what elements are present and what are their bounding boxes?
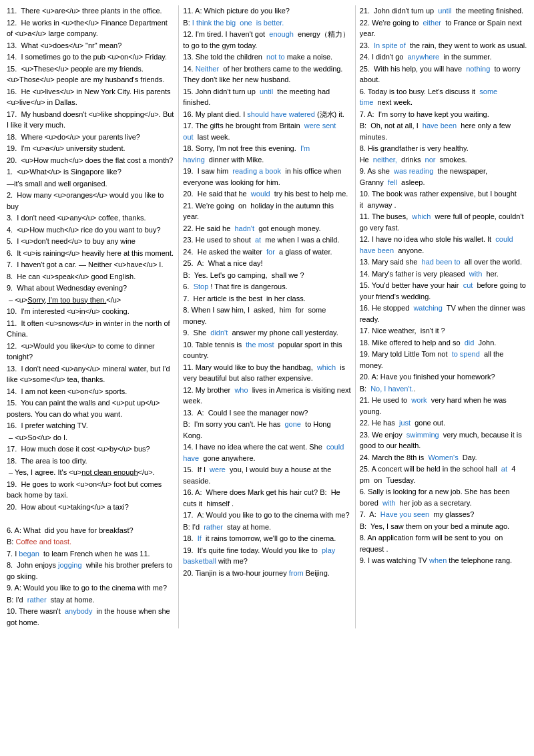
- list-item: 15. If I were you, I would buy a house a…: [183, 464, 350, 486]
- list-item: 18. Where <u>do</u> your parents live?: [7, 132, 174, 143]
- list-item: 13. What <u>does</u> "nr" mean?: [7, 40, 174, 51]
- list-item: 21. John didn't turn up until the meetin…: [360, 5, 527, 17]
- list-item: 1. <u>What</u> is Singapore like?: [7, 166, 174, 178]
- list-item: 7. I haven't got a car. — Neither <u>hav…: [7, 259, 174, 270]
- list-item: 17. The gifts he brought from Britain we…: [183, 120, 350, 142]
- list-item: 19. It's quite fine today. Would you lik…: [183, 545, 350, 567]
- list-item: 14. I am not keen <u>on</u> sports.: [7, 386, 174, 397]
- list-item: 16. My plant died. I should have watered…: [183, 109, 350, 120]
- list-item: 22. We're going to either to France or S…: [360, 17, 527, 39]
- list-item: 16. He stopped watching TV when the dinn…: [360, 303, 527, 325]
- list-item: 6. It <u>is raining</u> heavily here at …: [7, 248, 174, 259]
- list-item: 9. A: Would you like to go to the cinema…: [7, 582, 174, 594]
- list-item: 6. Sally is looking for a new job. She h…: [360, 486, 527, 508]
- list-item: 21. He used to work very hard when he wa…: [360, 395, 527, 417]
- list-item: B: No, I haven't..: [360, 383, 527, 395]
- list-item: 12. I have no idea who stole his wallet.…: [360, 234, 527, 256]
- list-item: 16. A: Where does Mark get his hair cut?…: [183, 487, 350, 509]
- list-item: – <u>So</u> do I.: [7, 432, 174, 443]
- list-item: – <u>Sorry, I'm too busy then.</u>: [7, 295, 174, 306]
- list-item: 13. A: Could I see the manager now?: [183, 407, 350, 419]
- list-item: 18. Mike offered to help and so did John…: [360, 337, 527, 349]
- list-item: 14. Neither of her brothers came to the …: [183, 63, 350, 85]
- list-item: 11. There <u>are</u> three plants in the…: [7, 5, 174, 17]
- list-item: 7. A: Have you seen my glasses?: [360, 509, 527, 520]
- list-item: 14. Mary's father is very pleased with h…: [360, 268, 527, 280]
- list-item: 19. Mary told Little Tom not to spend al…: [360, 349, 527, 371]
- list-item: 20. A: Have you finished your homework?: [360, 371, 527, 383]
- list-item: 5. I <u>don't need</u> to buy any wine: [7, 236, 174, 247]
- list-item: B: Oh, not at all, I have been here only…: [360, 120, 527, 142]
- list-item: 23. He used to shout at me when I was a …: [183, 234, 350, 246]
- list-item: 6. A: What did you have for breakfast?: [7, 525, 174, 536]
- list-item: B: I think the big one is better.: [183, 17, 350, 29]
- list-item: 15. You'd better have your hair cut befo…: [360, 280, 527, 302]
- list-item: 18. If it rains tomorrow, we'll go to th…: [183, 533, 350, 544]
- list-item: 19. I'm <u>a</u> university student.: [7, 143, 174, 154]
- list-item: 20. <u>How much</u> does the flat cost a…: [7, 155, 174, 166]
- list-item: 14. I sometimes go to the pub <u>on</u> …: [7, 51, 174, 63]
- list-item: 17. Nice weather, isn't it ?: [360, 325, 527, 337]
- list-item: 11. It often <u>snows</u> in winter in t…: [7, 318, 174, 340]
- list-item: 13. She told the children not to make a …: [183, 51, 350, 63]
- list-item: 24. He asked the waiter for a glass of w…: [183, 246, 350, 258]
- list-item: 23. In spite of the rain, they went to w…: [360, 40, 527, 51]
- list-item: 20. He said that he would try his best t…: [183, 188, 350, 200]
- list-item: 22. He said he hadn't got enough money.: [183, 223, 350, 234]
- column-3: 21. John didn't turn up until the meetin…: [356, 5, 531, 628]
- page: 11. There <u>are</u> three plants in the…: [0, 0, 534, 634]
- list-item: 25. A concert will be held in the school…: [360, 463, 527, 486]
- list-item: 19. He goes to work <u>on</u> foot but c…: [7, 479, 174, 501]
- list-item: 7. A: I'm sorry to have kept you waiting…: [360, 109, 527, 120]
- list-item: B: Yes. Let's go camping, shall we ?: [183, 270, 350, 281]
- column-2: 11. A: Which picture do you like?B: I th…: [179, 5, 355, 628]
- list-item: 9. As she was reading the newspaper, Gra…: [360, 166, 527, 188]
- list-item: 16. I prefer watching TV.: [7, 420, 174, 431]
- list-item: 8. His grandfather is very healthy. He n…: [360, 143, 527, 165]
- list-item: 12. I'm tired. I haven't got enough ener…: [183, 29, 350, 51]
- list-item: – Yes, I agree. It's <u>not clean enough…: [7, 467, 174, 478]
- list-item: 8. An application form will be sent to y…: [360, 532, 527, 554]
- list-item: 20. Tianjin is a two-hour journey from B…: [183, 568, 350, 579]
- list-item: 17. A: Would you like to go to the cinem…: [183, 510, 350, 521]
- list-item: 2. How many <u>oranges</u> would you lik…: [7, 190, 174, 212]
- list-item: 22. He has just gone out.: [360, 417, 527, 429]
- list-item: 6. Stop ! That fire is dangerous.: [183, 281, 350, 293]
- list-item: 10. There wasn't anybody in the house wh…: [7, 606, 174, 628]
- list-item: 8. John enjoys jogging while his brother…: [7, 560, 174, 582]
- list-item: B: Yes, I saw them on your bed a minute …: [360, 521, 527, 532]
- list-item: 7. Her article is the best in her class.: [183, 293, 350, 305]
- list-item: 11. A: Which picture do you like?: [183, 5, 350, 17]
- list-item: 17. My husband doesn't <u>like shopping<…: [7, 109, 174, 131]
- list-item: B: I'm sorry you can't. He has gone to H…: [183, 419, 350, 441]
- list-item: 9. She didn't answer my phone call yeste…: [183, 327, 350, 339]
- list-item: 14. I have no idea where the cat went. S…: [183, 441, 350, 463]
- list-item: 23. We enjoy swimming very much, because…: [360, 429, 527, 451]
- list-item: 18. The area is too dirty.: [7, 455, 174, 467]
- list-item: 24. March the 8th is Women's Day.: [360, 452, 527, 463]
- list-item: B: I'd rather stay at home.: [183, 522, 350, 533]
- list-item: 9. I was watching TV when the telephone …: [360, 555, 527, 566]
- list-item: 15. John didn't turn up until the meetin…: [183, 86, 350, 108]
- list-item: 7. I began to learn French when he was 1…: [7, 548, 174, 560]
- list-item: 8. He can <u>speak</u> good English.: [7, 271, 174, 282]
- list-item: [7, 513, 174, 524]
- list-item: 10. Table tennis is the most popular spo…: [183, 339, 350, 361]
- list-item: 13. I don't need <u>any</u> mineral wate…: [7, 363, 174, 385]
- list-item: 18. Sorry, I'm not free this evening. I'…: [183, 143, 350, 165]
- list-item: 12. My brother who lives in America is v…: [183, 385, 350, 407]
- column-1: 11. There <u>are</u> three plants in the…: [3, 5, 179, 628]
- list-item: 25. With his help, you will have nothing…: [360, 63, 527, 85]
- list-item: 15. You can paint the walls and <u>put u…: [7, 397, 174, 419]
- list-item: 10. I'm interested <u>in</u> cooking.: [7, 306, 174, 317]
- list-item: 11. The buses, which were full of people…: [360, 211, 527, 233]
- list-item: 11. Mary would like to buy the handbag, …: [183, 362, 350, 384]
- list-item: 8. When I saw him, I asked, him for some…: [183, 305, 350, 327]
- list-item: 24. I didn't go anywhere in the summer.: [360, 51, 527, 63]
- list-item: 16. He <u>lives</u> in New York City. Hi…: [7, 86, 174, 108]
- list-item: 15. <u>These</u> people are my friends. …: [7, 63, 174, 85]
- list-item: 25. A: What a nice day!: [183, 258, 350, 269]
- list-item: B: Coffee and toast.: [7, 536, 174, 548]
- list-item: 10. The book was rather expensive, but I…: [360, 188, 527, 210]
- list-item: 12. <u>Would you like</u> to come to din…: [7, 341, 174, 363]
